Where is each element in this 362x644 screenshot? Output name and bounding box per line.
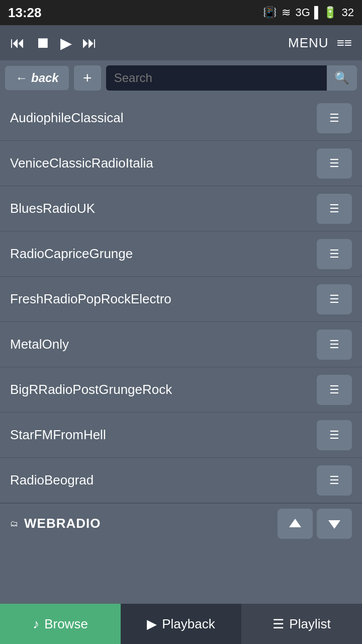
search-container: 🔍 bbox=[106, 65, 357, 91]
play-button[interactable]: ▶ bbox=[60, 34, 72, 52]
list-item: BluesRadioUK ☰ bbox=[0, 186, 362, 231]
list-item: VeniceClassicRadioItalia ☰ bbox=[0, 141, 362, 186]
status-bar: 13:28 📳 ≋ 3G▐ 🔋 32 bbox=[0, 0, 362, 25]
player-controls: ⏮ ⏹ ▶ ⏭ bbox=[10, 34, 97, 52]
tab-playback[interactable]: ▶ Playback bbox=[121, 604, 241, 644]
playback-label: Playback bbox=[162, 616, 215, 632]
station-menu-button[interactable]: ☰ bbox=[317, 330, 352, 360]
signal-icon: 3G▐ bbox=[296, 6, 318, 19]
player-bar: ⏮ ⏹ ▶ ⏭ MENU ≡≡ bbox=[0, 25, 362, 60]
station-name[interactable]: RadioBeograd bbox=[10, 472, 94, 488]
list-item: StarFMFromHell ☰ bbox=[0, 413, 362, 458]
grid-icon[interactable]: ≡≡ bbox=[337, 35, 352, 51]
scroll-down-button[interactable] bbox=[317, 509, 352, 539]
playlist-label: Playlist bbox=[289, 616, 330, 632]
station-menu-button[interactable]: ☰ bbox=[317, 375, 352, 405]
list-item: RadioBeograd ☰ bbox=[0, 458, 362, 503]
menu-label[interactable]: MENU bbox=[288, 35, 329, 51]
station-menu-button[interactable]: ☰ bbox=[317, 194, 352, 224]
list-item: BigRRadioPostGrungeRock ☰ bbox=[0, 367, 362, 413]
browse-label: Browse bbox=[44, 616, 88, 632]
webradio-nav bbox=[278, 509, 352, 539]
player-right: MENU ≡≡ bbox=[288, 35, 352, 51]
folder-icon: 🗂 bbox=[10, 519, 18, 528]
station-menu-button[interactable]: ☰ bbox=[317, 239, 352, 269]
browse-icon: ♪ bbox=[33, 616, 39, 632]
list-item: MetalOnly ☰ bbox=[0, 322, 362, 367]
station-name[interactable]: BigRRadioPostGrungeRock bbox=[10, 382, 172, 397]
tab-bar: ♪ Browse ▶ Playback ☰ Playlist bbox=[0, 604, 362, 644]
tab-playlist[interactable]: ☰ Playlist bbox=[241, 604, 362, 644]
playlist-icon: ☰ bbox=[273, 616, 284, 632]
stop-button[interactable]: ⏹ bbox=[35, 34, 50, 51]
station-menu-button[interactable]: ☰ bbox=[317, 420, 352, 450]
station-name[interactable]: FreshRadioPopRockElectro bbox=[10, 291, 171, 307]
add-button[interactable]: + bbox=[74, 65, 101, 91]
battery-icon: 🔋 bbox=[323, 6, 337, 19]
search-button[interactable]: 🔍 bbox=[327, 65, 357, 91]
playback-icon: ▶ bbox=[147, 616, 157, 632]
next-button[interactable]: ⏭ bbox=[82, 34, 97, 51]
station-name[interactable]: AudiophileClassical bbox=[10, 110, 123, 126]
status-icons: 📳 ≋ 3G▐ 🔋 32 bbox=[263, 6, 354, 19]
nav-bar: ← back + 🔍 bbox=[0, 60, 362, 96]
scroll-up-button[interactable] bbox=[278, 509, 313, 539]
webradio-left: 🗂 WEBRADIO bbox=[10, 516, 101, 531]
station-menu-button[interactable]: ☰ bbox=[317, 465, 352, 496]
tab-browse[interactable]: ♪ Browse bbox=[0, 604, 121, 644]
station-name[interactable]: BluesRadioUK bbox=[10, 201, 95, 216]
station-name[interactable]: MetalOnly bbox=[10, 337, 69, 352]
station-name[interactable]: VeniceClassicRadioItalia bbox=[10, 155, 153, 171]
status-time: 13:28 bbox=[8, 5, 42, 21]
svg-marker-1 bbox=[328, 520, 340, 529]
svg-marker-0 bbox=[289, 519, 301, 527]
webradio-label: WEBRADIO bbox=[24, 516, 101, 531]
back-label: back bbox=[31, 71, 59, 85]
vibrate-icon: 📳 bbox=[263, 6, 277, 19]
station-menu-button[interactable]: ☰ bbox=[317, 148, 352, 179]
battery-level: 32 bbox=[342, 6, 354, 19]
station-menu-button[interactable]: ☰ bbox=[317, 103, 352, 133]
wifi-icon: ≋ bbox=[282, 6, 291, 19]
prev-button[interactable]: ⏮ bbox=[10, 34, 25, 51]
back-button[interactable]: ← back bbox=[5, 66, 69, 90]
list-item: AudiophileClassical ☰ bbox=[0, 96, 362, 141]
list-item: RadioCapriceGrunge ☰ bbox=[0, 231, 362, 277]
list-item: FreshRadioPopRockElectro ☰ bbox=[0, 277, 362, 322]
station-menu-button[interactable]: ☰ bbox=[317, 284, 352, 314]
station-name[interactable]: RadioCapriceGrunge bbox=[10, 246, 133, 262]
search-icon: 🔍 bbox=[334, 71, 349, 85]
station-name[interactable]: StarFMFromHell bbox=[10, 427, 106, 443]
webradio-bar: 🗂 WEBRADIO bbox=[0, 503, 362, 543]
station-list: AudiophileClassical ☰ VeniceClassicRadio… bbox=[0, 96, 362, 503]
search-input[interactable] bbox=[106, 66, 327, 90]
back-arrow-icon: ← bbox=[15, 71, 27, 85]
